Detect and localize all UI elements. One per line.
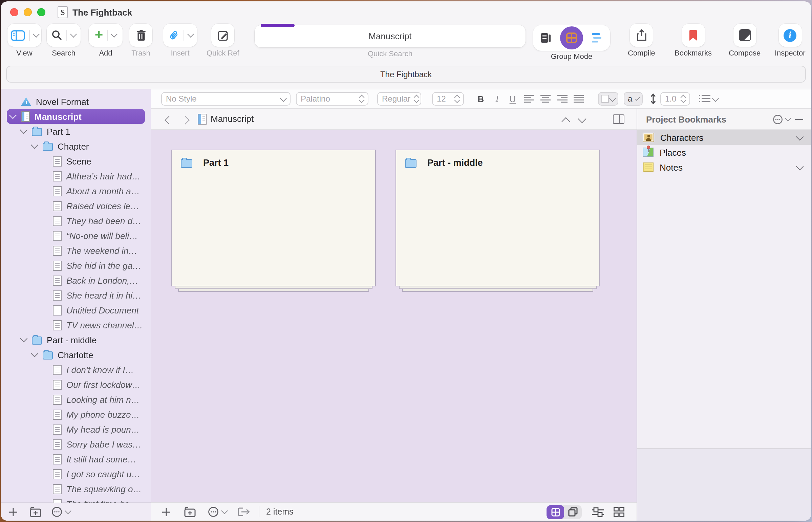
view-button[interactable]: View [7,24,41,57]
binder-item-icon [32,128,42,136]
binder-item[interactable]: TV news channel… [1,318,151,333]
binder-item[interactable]: Part - middle [1,333,151,347]
disclosure-chevron-icon[interactable] [9,112,17,119]
freeform-toggle-button[interactable] [592,507,604,517]
binder-item[interactable]: The weekend in… [1,243,151,258]
add-folder-button[interactable] [28,507,42,517]
font-dropdown[interactable]: Palatino [296,92,369,106]
binder-item[interactable]: She heard it in hi… [1,288,151,303]
export-button[interactable] [238,507,251,517]
line-height-field[interactable]: 1.0 [660,92,690,106]
add-folder-button[interactable] [184,507,196,517]
corkboard[interactable]: Part 1 Part - middle [151,130,637,502]
binder-item[interactable]: My phone buzze… [1,407,151,422]
line-spacing-icon[interactable] [648,92,658,106]
forward-button[interactable] [181,116,189,124]
typeface-dropdown[interactable]: Regular [377,92,421,106]
inspector-button[interactable]: i Inspector [775,24,806,57]
disclosure-chevron-icon[interactable] [20,335,28,343]
split-editor-icon[interactable] [613,115,625,124]
binder-item[interactable]: Sorry babe I was… [1,437,151,451]
bookmarks-more-button[interactable] [773,114,790,124]
highlight-dropdown[interactable]: a [624,92,643,106]
collapse-bookmarks-button[interactable] [795,119,803,120]
back-button[interactable] [164,116,173,124]
binder-item[interactable]: Untitled Document [1,303,151,318]
align-left-button[interactable] [523,92,534,106]
bookmark-item[interactable]: Characters [637,130,811,145]
trash-button[interactable]: Trash [130,24,152,57]
bold-button[interactable]: B [475,92,487,106]
list-dropdown[interactable] [698,92,718,106]
compose-button[interactable]: Compose [729,24,760,57]
bookmark-item[interactable]: Places [637,145,811,160]
bookmarks-button[interactable]: Bookmarks [675,24,712,57]
compile-button[interactable]: Compile [628,24,655,57]
binder-item[interactable]: Charlotte [1,347,151,362]
add-item-button[interactable] [6,507,20,516]
disclosure-chevron-icon[interactable] [31,141,39,149]
bookmark-item-label: Places [660,147,686,157]
align-left-icon [524,95,534,103]
bookmark-item[interactable]: Notes [637,160,811,175]
minimize-button[interactable] [24,8,32,16]
binder-item[interactable]: They had been d… [1,213,151,228]
index-card[interactable]: Part - middle [396,149,600,292]
binder-item[interactable]: Althea’s hair had… [1,168,151,183]
binder-item[interactable]: My head is poun… [1,422,151,437]
binder-item-icon [53,394,62,404]
binder-item[interactable]: The squawking o… [1,481,151,496]
binder-item[interactable]: The first time he… [1,496,151,503]
previous-document-button[interactable] [561,117,570,126]
titlebar: S The Fightback [1,1,811,24]
binder-item-label: The squawking o… [66,484,142,494]
binder-item[interactable]: About a month a… [1,183,151,198]
binder-item[interactable]: I don’t know if I… [1,362,151,377]
text-color-dropdown[interactable] [598,92,618,106]
grid-arrange-button[interactable] [547,505,564,519]
binder-item[interactable]: Looking at him n… [1,392,151,407]
chevron-down-icon[interactable] [796,133,804,140]
binder-item[interactable]: Scene [1,154,151,168]
stacked-cards-button[interactable] [564,505,582,519]
card-layout-button[interactable] [614,507,625,517]
insert-button[interactable]: Insert [163,24,197,57]
quick-search-field[interactable]: Manuscript Quick Search [255,25,526,58]
italic-button[interactable]: I [492,92,502,106]
binder-item[interactable]: Part 1 [1,124,151,139]
binder-item[interactable]: Manuscript [1,109,151,124]
next-document-button[interactable] [578,115,586,123]
path-bar[interactable]: The Fightback [6,66,806,83]
binder-more-button[interactable] [52,506,71,517]
disclosure-chevron-icon[interactable] [20,126,28,134]
disclosure-chevron-icon[interactable] [31,350,39,358]
quick-ref-button[interactable]: Quick Ref [206,24,239,57]
binder-item[interactable]: I got so caught u… [1,466,151,481]
binder-item[interactable]: Back in London,… [1,273,151,288]
corkboard-more-button[interactable] [208,506,227,517]
binder-item[interactable]: It still had some… [1,451,151,466]
binder-item[interactable]: Our first lockdow… [1,377,151,392]
zoom-button[interactable] [37,8,45,16]
binder-item[interactable]: She hid in the ga… [1,258,151,273]
align-right-button[interactable] [557,92,568,106]
outline-view-segment[interactable] [586,26,609,49]
add-button[interactable]: + Add [89,24,123,57]
chevron-down-icon[interactable] [796,162,804,170]
close-button[interactable] [10,8,18,16]
style-dropdown[interactable]: No Style [161,92,291,106]
font-size-field[interactable]: 12 [432,92,464,106]
card-title: Part - middle [427,158,483,168]
align-center-button[interactable] [540,92,551,106]
corkboard-view-segment[interactable] [560,26,583,49]
align-justify-button[interactable] [573,92,584,106]
binder-item[interactable]: “No-one will beli… [1,228,151,243]
index-card[interactable]: Part 1 [171,149,376,292]
document-view-segment[interactable] [534,26,557,49]
search-button[interactable]: Search [47,24,81,57]
binder-item[interactable]: Novel Format [1,94,151,109]
add-item-button[interactable] [162,507,171,516]
underline-button[interactable]: U [507,92,518,106]
binder-item[interactable]: Chapter [1,139,151,154]
binder-item[interactable]: Raised voices le… [1,198,151,213]
